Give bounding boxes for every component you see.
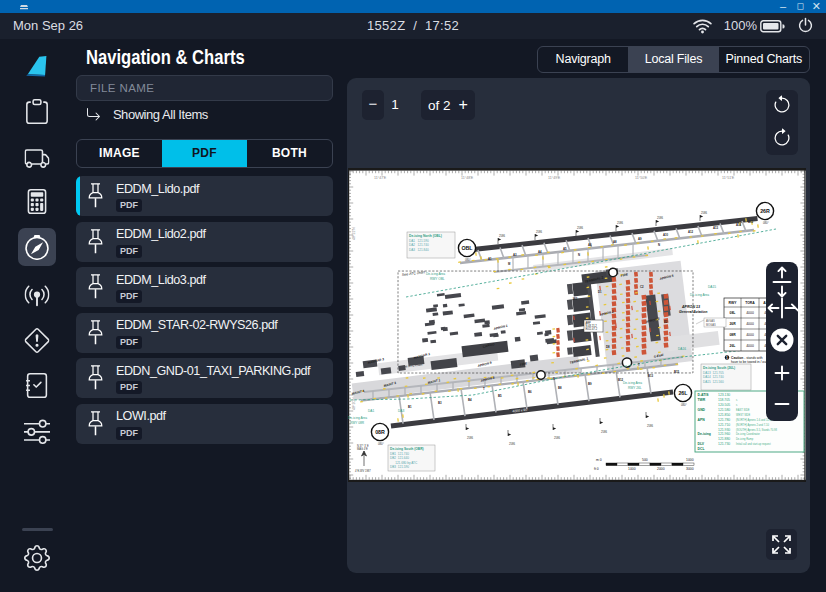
svg-text:2586: 2586: [601, 430, 607, 434]
svg-text:11°49'E: 11°49'E: [548, 176, 561, 180]
svg-text:A15: A15: [748, 220, 754, 224]
svg-text:De-icing Ramp: De-icing Ramp: [736, 437, 754, 441]
svg-text:De-icing South (26L): De-icing South (26L): [703, 366, 735, 370]
svg-text:RWY OBL: RWY OBL: [430, 277, 445, 281]
svg-text:1: 1: [726, 356, 728, 360]
svg-text:B6: B6: [528, 390, 532, 394]
svg-text:De-icing Area: De-icing Area: [426, 272, 445, 276]
svg-text:(SOUTH) Aprons 3-5, Stands 70-: (SOUTH) Aprons 3-5, Stands 70-98: [736, 428, 777, 432]
svg-text:DA3: DA3: [398, 409, 404, 413]
svg-text:A5: A5: [563, 247, 567, 251]
svg-text:2586: 2586: [499, 234, 505, 238]
svg-text:120.505: 120.505: [718, 403, 730, 407]
svg-text:DB3 121.590: DB3 121.590: [390, 465, 409, 469]
svg-text:A9: A9: [638, 237, 642, 241]
svg-text:have to be towed in / out: have to be towed in / out: [731, 360, 767, 364]
svg-text:26L: 26L: [678, 390, 688, 396]
svg-text:08L: 08L: [730, 311, 736, 315]
svg-text:DA14 121.740: DA14 121.740: [703, 375, 724, 379]
svg-text:121.680 by ATC: 121.680 by ATC: [390, 461, 418, 465]
svg-text:DA13 121.705: DA13 121.705: [703, 371, 724, 375]
svg-text:B15: B15: [674, 370, 680, 374]
svg-text:121.780: 121.780: [718, 418, 730, 422]
svg-text:121.580: 121.580: [718, 408, 730, 412]
svg-text:121.850: 121.850: [718, 413, 730, 417]
svg-text:B13: B13: [648, 374, 654, 378]
svg-text:De-icing South (OBR): De-icing South (OBR): [390, 447, 424, 451]
svg-text:GND: GND: [698, 408, 706, 412]
svg-text:2586: 2586: [467, 436, 473, 440]
svg-text:D8: D8: [606, 345, 610, 349]
svg-text:123.130: 123.130: [718, 393, 730, 397]
svg-text:B4: B4: [468, 398, 472, 402]
svg-text:RWY 26L: RWY 26L: [628, 386, 642, 390]
svg-text:DA2 121.740: DA2 121.740: [409, 243, 429, 247]
svg-text:DA3 121.840: DA3 121.840: [409, 248, 429, 252]
svg-text:DCL: DCL: [698, 447, 705, 451]
svg-text:DA15: DA15: [708, 285, 716, 289]
svg-text:General Aviation: General Aviation: [679, 310, 708, 314]
svg-text:APRON 13: APRON 13: [681, 305, 700, 309]
svg-text:W2: W2: [573, 297, 578, 301]
svg-text:121.930: 121.930: [718, 428, 730, 432]
svg-text:2586: 2586: [577, 226, 583, 230]
svg-text:B12: B12: [618, 378, 624, 382]
svg-text:S: S: [553, 377, 555, 381]
svg-text:11°50'E: 11°50'E: [635, 176, 648, 180]
svg-text:26R: 26R: [760, 208, 770, 214]
svg-text:2586: 2586: [701, 211, 707, 215]
svg-text:B1: B1: [408, 405, 412, 409]
svg-text:DLV: DLV: [698, 442, 705, 446]
svg-text:4000: 4000: [746, 311, 754, 315]
svg-text:2586: 2586: [617, 221, 623, 225]
svg-text:N: N: [578, 253, 580, 257]
svg-text:080°: 080°: [763, 221, 769, 225]
svg-text:121.960: 121.960: [718, 432, 730, 436]
svg-text:DA1: DA1: [368, 409, 374, 413]
svg-text:2586: 2586: [509, 442, 515, 446]
svg-text:11°47'E: 11°47'E: [374, 176, 387, 180]
svg-text:121.710: 121.710: [718, 423, 730, 427]
svg-text:MAG 4°E: MAG 4°E: [357, 447, 368, 451]
svg-text:A13: A13: [713, 226, 719, 230]
svg-text:A14: A14: [736, 223, 742, 227]
svg-text:MOGAS: MOGAS: [706, 323, 716, 327]
svg-text:Caution - stands with: Caution - stands with: [731, 356, 763, 360]
svg-text:DA15 121.560: DA15 121.560: [703, 380, 724, 384]
svg-text:4000: 4000: [746, 344, 754, 348]
svg-text:11°51'E: 11°51'E: [722, 176, 735, 180]
svg-text:08R: 08R: [729, 333, 736, 337]
svg-text:Initial call and start-up requ: Initial call and start-up request: [736, 442, 771, 446]
svg-text:4°E-WV 1987: 4°E-WV 1987: [355, 469, 371, 473]
svg-text:TORA: TORA: [745, 301, 755, 305]
svg-text:080°: 080°: [465, 258, 471, 262]
svg-text:RWY 08R: RWY 08R: [350, 421, 365, 425]
svg-text:A6: A6: [588, 243, 592, 247]
svg-text:De-icing Area: De-icing Area: [690, 293, 709, 297]
svg-text:C2: C2: [640, 285, 644, 289]
svg-text:2000: 2000: [657, 467, 665, 471]
svg-text:A8: A8: [613, 240, 617, 244]
svg-text:WEST SIDE: WEST SIDE: [736, 413, 750, 417]
svg-text:D1: D1: [598, 290, 602, 294]
svg-text:DA16: DA16: [678, 347, 686, 351]
svg-text:B3: B3: [438, 401, 442, 405]
svg-text:A10: A10: [663, 233, 669, 237]
svg-text:E011 47.2: E011 47.2: [586, 327, 598, 331]
svg-text:De-icing Area: De-icing Area: [623, 381, 642, 385]
svg-text:EAST SIDE: EAST SIDE: [736, 408, 750, 412]
svg-text:2586: 2586: [647, 424, 653, 428]
svg-text:500: 500: [642, 458, 648, 462]
svg-text:080°: 080°: [378, 442, 384, 446]
svg-text:AVGAS: AVGAS: [706, 319, 715, 323]
svg-text:A1: A1: [488, 257, 492, 261]
svg-text:B5: B5: [498, 394, 502, 398]
svg-text:D-ATIS: D-ATIS: [698, 393, 710, 397]
svg-text:DA1 121.590: DA1 121.590: [409, 239, 429, 243]
svg-text:1000: 1000: [686, 458, 694, 462]
svg-text:De-icing: De-icing: [698, 432, 711, 436]
svg-text:A3: A3: [513, 253, 517, 257]
svg-text:08R: 08R: [375, 429, 385, 435]
svg-text:m 0: m 0: [596, 458, 602, 462]
svg-text:2586: 2586: [657, 216, 663, 220]
